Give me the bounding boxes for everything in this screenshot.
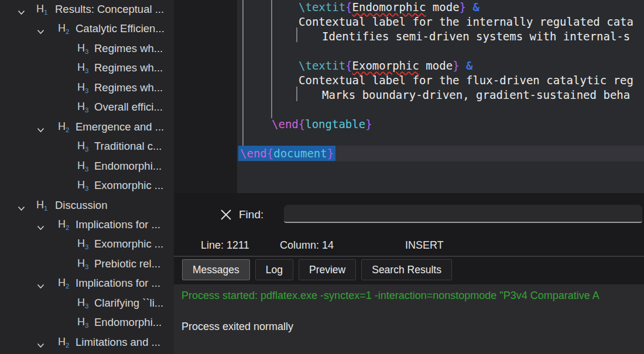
code-token [466,1,472,13]
outline-row[interactable]: H3Regimes wh... [0,40,174,59]
main-pane: \textit{Endomorphic mode} &Contextual la… [174,0,644,354]
chevron-down-icon[interactable] [18,203,25,208]
outline-row[interactable]: H2Catalytic Efficien... [0,20,174,39]
code-token: Contextual label for the internally regu… [299,15,633,28]
code-line[interactable]: \textit{Endomorphic mode} & [299,0,479,15]
messages-log-panel: Process started: pdflatex.exe -synctex=1… [174,284,644,354]
status-line-number: Line: 1211 [201,239,249,252]
outline-label: Endomorphi... [94,316,162,329]
find-bar: Find: [174,193,644,232]
outline-row[interactable]: H3Clarifying ``li... [0,294,174,314]
outline-row[interactable]: H2Limitations and ... [0,334,174,353]
outline-row[interactable]: H3Endomorphi... [0,314,174,333]
code-line[interactable]: \end{longtable} [272,117,372,132]
latex-editor[interactable]: \textit{Endomorphic mode} &Contextual la… [237,0,644,193]
status-bar: Line: 1211 Column: 14 INSERT [174,232,644,256]
outline-row[interactable]: H3Regimes wh... [0,79,174,98]
code-token: } [453,59,459,72]
code-token: \textit [299,1,345,13]
panel-tab-bar: MessagesLogPreviewSearch Results [182,259,452,281]
tab-log[interactable]: Log [255,259,293,280]
outline-row[interactable]: H2Emergence and ... [0,118,174,138]
outline-label: Discussion [55,199,107,212]
heading-level-icon: H3 [77,101,88,113]
outline-row[interactable]: H3Prebiotic rel... [0,255,174,274]
heading-level-icon: H3 [77,140,88,152]
outline-label: Implications for ... [76,277,160,290]
code-token: { [299,118,305,130]
outline-row[interactable]: H3Exomorphic ... [0,177,174,196]
outline-row[interactable]: H1Results: Conceptual ... [0,1,174,20]
heading-level-icon: H1 [36,3,47,15]
chevron-down-icon[interactable] [37,125,44,130]
indent-guide [296,28,297,42]
heading-level-icon: H2 [58,22,69,35]
outline-label: Traditional c... [94,140,162,153]
editor-gutter [174,0,237,193]
code-line[interactable]: \end{document} [240,146,334,161]
chevron-down-icon[interactable] [37,26,44,32]
heading-level-icon: H1 [36,199,47,211]
selected-text: \end{document} [238,146,335,161]
chevron-down-icon[interactable] [18,7,25,12]
code-token: { [345,59,352,72]
code-token: } [365,118,372,130]
code-token: { [267,147,273,160]
code-token: \end [240,147,267,160]
chevron-down-icon[interactable] [37,281,44,286]
outline-row[interactable]: H3Regimes wh... [0,59,174,78]
divider [174,256,644,257]
outline-label: Exomorphic ... [94,179,163,192]
outline-label: Emergence and ... [76,121,164,133]
heading-level-icon: H3 [77,160,88,172]
outline-label: Clarifying ``li... [94,297,163,310]
heading-level-icon: H3 [77,42,88,54]
code-line[interactable]: Contextual label for the flux-driven cat… [299,73,633,88]
outline-label: Implications for ... [76,218,160,231]
close-icon[interactable] [220,208,232,221]
heading-level-icon: H3 [77,257,88,270]
heading-level-icon: H2 [58,218,69,231]
log-line: Process exited normally [181,321,293,333]
indent-guide [296,87,297,101]
code-token: mode [419,59,453,72]
indent-guide [242,0,244,146]
code-token: { [345,1,352,13]
find-label: Find: [239,208,263,221]
outline-row[interactable]: H1Discussion [0,197,174,216]
code-token: longtable [305,118,365,130]
code-token: & [472,1,479,13]
outline-row[interactable]: H2Implications for ... [0,216,174,235]
outline-panel: H1Results: Conceptual ...H2Catalytic Eff… [0,0,174,354]
outline-row[interactable]: H3Endomorphi... [0,157,174,177]
find-input[interactable] [284,205,642,223]
code-token: document [273,147,327,160]
code-line[interactable]: Marks boundary-driven, gradient-sustaine… [322,88,630,102]
code-line[interactable]: \textit{Exomorphic mode} & [299,59,472,73]
tab-messages[interactable]: Messages [182,259,250,280]
code-line[interactable]: Identifies semi-driven systems with inte… [322,29,630,44]
outline-label: Exomorphic ... [94,238,163,250]
heading-level-icon: H3 [77,61,88,74]
heading-level-icon: H3 [77,81,88,94]
tab-search-results[interactable]: Search Results [361,259,452,280]
heading-level-icon: H2 [58,277,69,289]
code-token: \end [272,118,299,130]
chevron-down-icon[interactable] [37,340,44,345]
heading-level-icon: H3 [77,238,88,250]
code-line[interactable]: Contextual label for the internally regu… [299,15,633,29]
outline-row[interactable]: H2Implications for ... [0,274,174,294]
code-token: \textit [299,59,345,72]
outline-row[interactable]: H3Traditional c... [0,138,174,157]
code-token: & [466,59,472,72]
tab-preview[interactable]: Preview [299,259,356,280]
heading-level-icon: H3 [77,316,88,328]
chevron-down-icon[interactable] [37,222,44,228]
code-token: Marks boundary-driven, gradient-sustaine… [322,88,630,101]
code-token [460,59,466,72]
code-token: Identifies semi-driven systems with inte… [322,30,630,43]
outline-row[interactable]: H3Exomorphic ... [0,235,174,255]
heading-level-icon: H3 [77,297,88,309]
outline-row[interactable]: H3Overall effici... [0,98,174,118]
outline-label: Regimes wh... [94,81,163,94]
